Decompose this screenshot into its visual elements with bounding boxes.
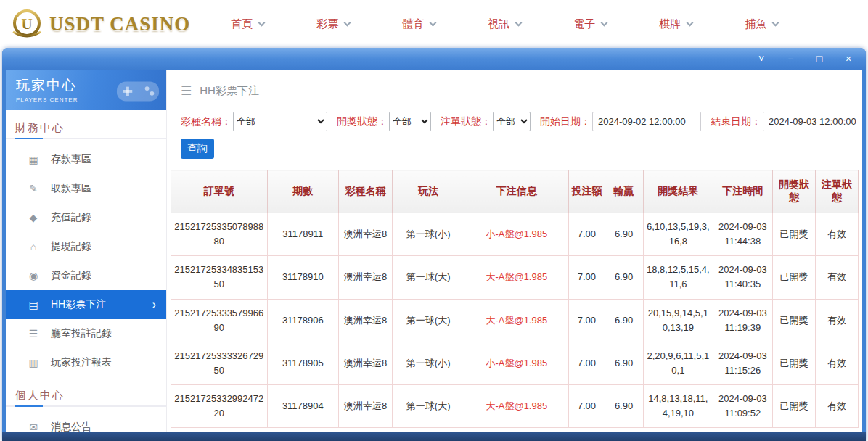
table-header-cell: 彩種名稱 xyxy=(339,170,393,213)
room-bet-record-icon: ☰ xyxy=(28,328,39,339)
sidebar-item[interactable]: ◉資金記錄 xyxy=(6,261,166,290)
draw-status-select[interactable]: 全部 xyxy=(389,112,431,131)
table-row: 215217253333267295031178905澳洲幸运8第一球(小)小-… xyxy=(171,342,859,384)
table-cell: 有效 xyxy=(816,385,859,428)
end-date-input[interactable] xyxy=(763,112,862,131)
draw-status-filter-label: 開獎狀態： xyxy=(337,115,388,128)
filter-bar: 彩種名稱： 全部 開獎狀態： 全部 注單狀態： 全部 xyxy=(167,112,862,131)
table-header-cell: 下注信息 xyxy=(464,170,569,213)
sidebar-item[interactable]: ☰廳室投註記錄 xyxy=(6,319,166,348)
table-header-cell: 投注額 xyxy=(569,170,605,213)
sidebar-item[interactable]: ▦存款專區 xyxy=(6,145,166,174)
table-cell: 6,10,13,5,19,3,16,8 xyxy=(643,213,713,256)
window-minimize-icon[interactable]: − xyxy=(785,54,796,64)
nav-item-label: 捕魚 xyxy=(745,17,766,31)
sidebar-item-label: HH彩票下注 xyxy=(51,298,106,311)
table-cell: 澳洲幸运8 xyxy=(339,213,393,256)
recharge-record-icon: ◆ xyxy=(28,212,39,223)
sidebar-item-label: 消息公告 xyxy=(51,421,91,432)
lottery-select[interactable]: 全部 xyxy=(233,112,327,131)
table-row: 215217253335799669031178906澳洲幸运8第一球(大)大-… xyxy=(171,299,859,342)
sidebar-item[interactable]: ◆充值記錄 xyxy=(6,203,166,232)
table-cell: 小-A盤@1.985 xyxy=(464,342,569,384)
sidebar-item[interactable]: ▥玩家投注報表 xyxy=(6,348,166,377)
nav-item-label: 彩票 xyxy=(316,17,338,31)
sidebar-item[interactable]: ▤HH彩票下注› xyxy=(6,290,166,319)
table-cell: 7.00 xyxy=(569,256,605,299)
sidebar-header: 玩家中心 PLAYERS CENTER xyxy=(6,70,166,110)
window-titlebar: ˅ − □ × xyxy=(2,48,866,70)
nav-item[interactable]: 彩票 xyxy=(316,17,350,31)
nav-item[interactable]: 電子 xyxy=(573,17,607,31)
window-collapse-icon[interactable]: ˅ xyxy=(756,54,767,64)
table-header-cell: 玩法 xyxy=(392,170,464,213)
table-cell: 澳洲幸运8 xyxy=(339,299,393,342)
table-cell: 第一球(小) xyxy=(392,342,464,384)
table-cell: 6.90 xyxy=(605,342,643,384)
bet-records-table: 訂單號期數彩種名稱玩法下注信息投注額輸贏開獎結果下注時間開獎狀態注單狀態 215… xyxy=(171,170,859,428)
table-cell: 有效 xyxy=(816,299,859,342)
menu-toggle-icon[interactable]: ☰ xyxy=(181,83,192,99)
chevron-right-icon: › xyxy=(152,298,156,311)
table-cell: 大-A盤@1.985 xyxy=(464,299,569,342)
sidebar-item[interactable]: ✎取款專區 xyxy=(6,174,166,203)
nav-item[interactable]: 視訊 xyxy=(488,17,521,31)
chevron-down-icon xyxy=(687,19,694,26)
brand-emblem-icon: U xyxy=(10,7,44,41)
main-content: ☰ HH彩票下注 彩種名稱： 全部 開獎狀態： 全部 注單狀態： xyxy=(167,70,862,432)
nav-item[interactable]: 捕魚 xyxy=(745,17,778,31)
table-header-cell: 下注時間 xyxy=(713,170,772,213)
sidebar-item-label: 玩家投注報表 xyxy=(51,356,112,369)
sidebar-item-label: 提現記錄 xyxy=(51,240,91,253)
lottery-filter-label: 彩種名稱： xyxy=(181,115,232,128)
table-cell: 2152172533299247220 xyxy=(171,385,268,428)
chevron-down-icon xyxy=(601,19,608,26)
sidebar-section-label: 個人中心 xyxy=(6,377,166,405)
table-cell: 大-A盤@1.985 xyxy=(464,385,569,428)
top-nav: 首頁彩票體育視訊電子棋牌捕魚 xyxy=(231,17,778,31)
window-maximize-icon[interactable]: □ xyxy=(814,54,825,64)
sidebar-item-label: 充值記錄 xyxy=(51,211,91,224)
chevron-down-icon xyxy=(258,19,266,26)
table-cell: 7.00 xyxy=(569,213,605,256)
table-cell: 31178910 xyxy=(267,256,338,299)
table-header-cell: 開獎狀態 xyxy=(772,170,816,213)
table-cell: 2152172533483515350 xyxy=(171,256,268,299)
table-header-cell: 注單狀態 xyxy=(816,170,859,213)
table-cell: 31178911 xyxy=(267,213,338,256)
table-cell: 6.90 xyxy=(605,256,643,299)
section-underline xyxy=(6,405,166,407)
query-button[interactable]: 查詢 xyxy=(181,139,214,159)
end-date-label: 結束日期： xyxy=(711,115,761,128)
window-close-icon[interactable]: × xyxy=(843,54,854,64)
sidebar-item[interactable]: ✉消息公告 xyxy=(6,413,166,432)
table-cell: 小-A盤@1.985 xyxy=(464,213,569,256)
brand-logo[interactable]: U USDT CASINO xyxy=(10,7,190,41)
funds-record-icon: ◉ xyxy=(28,270,39,281)
nav-item[interactable]: 首頁 xyxy=(231,17,264,31)
start-date-input[interactable] xyxy=(592,112,701,131)
table-header-cell: 期數 xyxy=(267,170,338,213)
nav-item[interactable]: 棋牌 xyxy=(659,17,692,31)
nav-item[interactable]: 體育 xyxy=(402,17,435,31)
deposit-icon: ▦ xyxy=(28,154,39,165)
table-cell: 14,8,13,18,11,4,19,10 xyxy=(643,385,713,428)
nav-item-label: 電子 xyxy=(573,17,595,31)
sidebar: 玩家中心 PLAYERS CENTER 財務中心▦存款專區✎取款專區◆充值記錄⌂… xyxy=(6,70,167,432)
breadcrumb: ☰ HH彩票下注 xyxy=(167,70,862,112)
lottery-bet-icon: ▤ xyxy=(28,299,39,310)
sidebar-item-label: 資金記錄 xyxy=(51,269,91,282)
bet-status-select[interactable]: 全部 xyxy=(493,112,531,131)
sidebar-item[interactable]: ⌂提現記錄 xyxy=(6,232,166,261)
table-cell: 大-A盤@1.985 xyxy=(464,256,569,299)
bet-table-head-row: 訂單號期數彩種名稱玩法下注信息投注額輸贏開獎結果下注時間開獎狀態注單狀態 xyxy=(171,170,859,213)
chevron-down-icon xyxy=(344,19,351,26)
window-bottom-border xyxy=(2,432,866,441)
table-header-cell: 訂單號 xyxy=(171,170,268,213)
svg-text:U: U xyxy=(21,15,32,33)
table-cell: 2024-09-03 11:09:52 xyxy=(713,385,772,428)
table-cell: 有效 xyxy=(816,256,859,299)
table-cell: 31178904 xyxy=(267,385,338,428)
table-cell: 2024-09-03 11:44:38 xyxy=(713,213,772,256)
table-cell: 已開獎 xyxy=(772,342,816,384)
